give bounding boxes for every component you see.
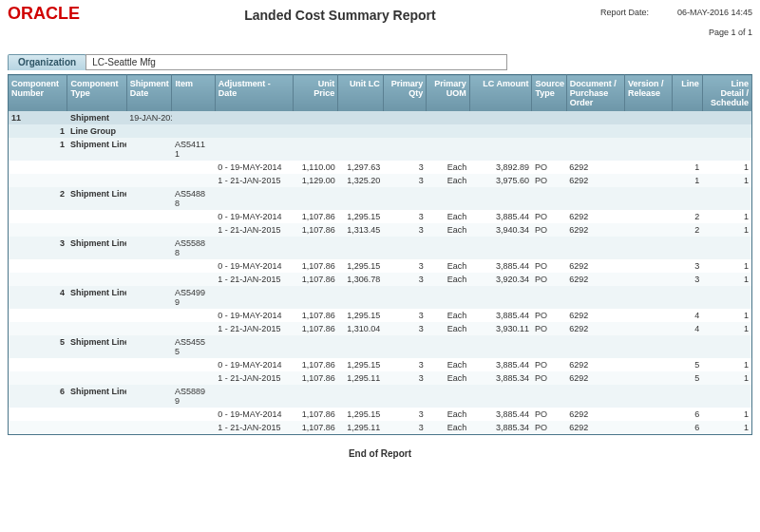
- cell: [67, 273, 126, 286]
- col-version-release: Version / Release: [625, 75, 673, 112]
- cell: [672, 111, 702, 124]
- table-row: 4Shipment LineAS54999: [9, 286, 752, 309]
- cell: [126, 408, 172, 421]
- cell: [532, 111, 566, 124]
- cell: 5: [672, 358, 702, 371]
- cell: [9, 174, 67, 187]
- table-row: 6Shipment LineAS58899: [9, 385, 752, 408]
- cell: 3: [672, 273, 702, 286]
- cell: [215, 286, 293, 309]
- cell: 3: [383, 223, 426, 237]
- cell: [566, 138, 624, 161]
- cell: 3,885.44: [469, 408, 532, 421]
- cell: [625, 124, 673, 138]
- cell: Shipment Line: [67, 138, 126, 161]
- cell: 1,295.15: [338, 358, 384, 371]
- table-row: 1 - 21-JAN-20151,107.861,313.453Each3,94…: [9, 223, 752, 237]
- cell: 3: [383, 421, 426, 435]
- cell: Each: [427, 371, 469, 385]
- cell: [293, 286, 338, 309]
- cell: [427, 385, 469, 408]
- cell: 1: [702, 210, 751, 223]
- cell: Each: [427, 322, 469, 335]
- cell: 3: [383, 210, 426, 223]
- cell: 1 - 21-JAN-2015: [215, 223, 293, 237]
- cell: 3,892.89: [469, 161, 532, 174]
- cell: 0 - 19-MAY-2014: [215, 309, 293, 322]
- cell: AS54888: [172, 187, 215, 210]
- cell: 3: [672, 259, 702, 273]
- cell: 3: [383, 161, 426, 174]
- cell: [338, 138, 384, 161]
- cell: [9, 223, 67, 237]
- cell: [469, 385, 532, 408]
- cell: [566, 335, 624, 358]
- cell: [469, 335, 532, 358]
- col-primary-uom: Primary UOM: [427, 75, 469, 112]
- cell: 1: [672, 174, 702, 187]
- cell: Each: [427, 161, 469, 174]
- cell: [625, 237, 673, 259]
- cell: [625, 138, 673, 161]
- col-lc-amount: LC Amount: [469, 75, 532, 112]
- cell: 11: [9, 111, 67, 124]
- cell: Shipment Line: [67, 187, 126, 210]
- cell: Each: [427, 210, 469, 223]
- cell: [172, 408, 215, 421]
- cell: [126, 210, 172, 223]
- cell: [126, 259, 172, 273]
- cell: Shipment: [67, 111, 126, 124]
- cell: AS54555: [172, 335, 215, 358]
- cell: [293, 111, 338, 124]
- cell: 5: [672, 371, 702, 385]
- cell: 1,107.86: [293, 421, 338, 435]
- cell: [172, 174, 215, 187]
- cell: 6: [672, 408, 702, 421]
- cell: [427, 335, 469, 358]
- cell: [67, 210, 126, 223]
- cell: [126, 223, 172, 237]
- cell: PO: [532, 273, 566, 286]
- cell: [532, 124, 566, 138]
- cell: 6292: [566, 309, 624, 322]
- cell: 3: [383, 371, 426, 385]
- cell: 1,107.86: [293, 210, 338, 223]
- cell: 1,297.63: [338, 161, 384, 174]
- cell: [126, 322, 172, 335]
- cell: 6: [9, 385, 67, 408]
- col-primary-qty: Primary Qty: [383, 75, 426, 112]
- table-row: 2Shipment LineAS54888: [9, 187, 752, 210]
- cell: [67, 161, 126, 174]
- cell: [338, 385, 384, 408]
- cell: [215, 187, 293, 210]
- cell: PO: [532, 358, 566, 371]
- cell: 1 - 21-JAN-2015: [215, 273, 293, 286]
- cell: [625, 286, 673, 309]
- cell: [293, 138, 338, 161]
- cell: Line Group: [67, 124, 126, 138]
- cell: Each: [427, 223, 469, 237]
- cell: 0 - 19-MAY-2014: [215, 259, 293, 273]
- cell: 1: [702, 421, 751, 435]
- cell: [126, 174, 172, 187]
- cell: [672, 187, 702, 210]
- cell: 6292: [566, 210, 624, 223]
- cell: [67, 259, 126, 273]
- cell: [427, 237, 469, 259]
- cell: 2: [672, 223, 702, 237]
- table-row: 0 - 19-MAY-20141,110.001,297.633Each3,89…: [9, 161, 752, 174]
- cell: [672, 237, 702, 259]
- cell: [383, 187, 426, 210]
- cell: [625, 174, 673, 187]
- col-component-number: Component Number: [9, 75, 67, 112]
- cell: [702, 385, 751, 408]
- cell: Each: [427, 273, 469, 286]
- cell: [625, 187, 673, 210]
- cell: [625, 322, 673, 335]
- table-row: 11Shipment19-JAN-2014: [9, 111, 752, 124]
- cell: [469, 111, 532, 124]
- cell: AS55888: [172, 237, 215, 259]
- cell: 1: [702, 273, 751, 286]
- cell: PO: [532, 309, 566, 322]
- cell: PO: [532, 421, 566, 435]
